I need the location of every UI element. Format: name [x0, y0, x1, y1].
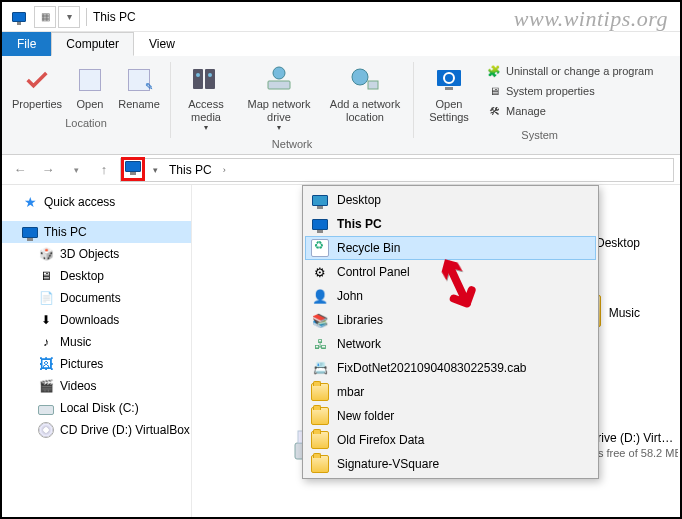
group-label-location: Location	[65, 117, 107, 131]
nav-3d-objects[interactable]: 🎲3D Objects	[2, 243, 191, 265]
item-label: Network	[337, 337, 381, 351]
item-label: Libraries	[337, 313, 383, 327]
star-icon: ★	[22, 194, 38, 210]
item-icon	[311, 191, 329, 209]
dropdown-item[interactable]: ⚙Control Panel	[305, 260, 596, 284]
nav-this-pc[interactable]: This PC	[2, 221, 191, 243]
dropdown-item[interactable]: New folder	[305, 404, 596, 428]
watermark-text: www.wintips.org	[514, 6, 668, 32]
item-label: Recycle Bin	[337, 241, 400, 255]
manage-button[interactable]: 🛠Manage	[482, 102, 657, 120]
group-label-network: Network	[272, 138, 312, 152]
dropdown-item[interactable]: 📇FixDotNet20210904083022539.cab	[305, 356, 596, 380]
dropdown-item[interactable]: Desktop	[305, 188, 596, 212]
item-icon: ⚙	[311, 263, 329, 281]
access-media-button[interactable]: Access media ▾	[179, 62, 233, 134]
properties-button[interactable]: Properties	[10, 62, 64, 113]
video-icon: 🎬	[38, 378, 54, 394]
ribbon-group-system: Open Settings 🧩Uninstall or change a pro…	[422, 62, 657, 152]
item-icon: 📚	[311, 311, 329, 329]
nav-tree[interactable]: ★Quick access This PC 🎲3D Objects 🖥Deskt…	[2, 185, 192, 519]
nav-cd-drive[interactable]: CD Drive (D:) VirtualBox Guest	[2, 419, 191, 441]
item-label: mbar	[337, 385, 364, 399]
tab-computer[interactable]: Computer	[51, 32, 134, 56]
open-icon	[74, 64, 106, 96]
rename-button[interactable]: ✎ Rename	[116, 62, 162, 113]
main-pane[interactable]: Desktop ♪ Music (3) 3.55 GB free of 49.8…	[192, 185, 680, 519]
qat-new-folder-icon[interactable]: ▾	[58, 6, 80, 28]
picture-icon: 🖼	[38, 356, 54, 372]
tab-file[interactable]: File	[2, 32, 51, 56]
dropdown-item[interactable]: 👤John	[305, 284, 596, 308]
chevron-right-icon[interactable]: ›	[219, 165, 230, 175]
tab-view[interactable]: View	[134, 32, 190, 56]
ribbon-group-location: Properties Open ✎ Rename Location	[10, 62, 162, 152]
system-menu-icon[interactable]	[8, 6, 30, 28]
nav-music[interactable]: ♪Music	[2, 331, 191, 353]
ribbon: Properties Open ✎ Rename Location Access…	[2, 56, 680, 155]
music-icon: ♪	[38, 334, 54, 350]
forward-button[interactable]: →	[36, 158, 60, 182]
pc-icon	[22, 224, 38, 240]
system-properties-button[interactable]: 🖥System properties	[482, 82, 657, 100]
add-network-button[interactable]: Add a network location	[325, 62, 405, 125]
breadcrumb-thispc[interactable]: This PC	[166, 163, 215, 177]
hdd-icon	[38, 400, 54, 416]
dropdown-item[interactable]: 🖧Network	[305, 332, 596, 356]
item-label: Old Firefox Data	[337, 433, 424, 447]
nav-desktop[interactable]: 🖥Desktop	[2, 265, 191, 287]
item-icon	[311, 383, 329, 401]
separator	[413, 62, 414, 138]
address-dropdown[interactable]: DesktopThis PCRecycle Bin⚙Control Panel👤…	[302, 185, 599, 479]
open-settings-button[interactable]: Open Settings	[422, 62, 476, 125]
map-drive-button[interactable]: Map network drive ▾	[239, 62, 319, 134]
media-icon	[190, 64, 222, 96]
content-area: ★Quick access This PC 🎲3D Objects 🖥Deskt…	[2, 185, 680, 519]
item-icon	[311, 239, 329, 257]
dropdown-item[interactable]: Signature-VSquare	[305, 452, 596, 476]
svg-point-3	[208, 73, 212, 77]
item-label: Control Panel	[337, 265, 410, 279]
nav-pictures[interactable]: 🖼Pictures	[2, 353, 191, 375]
item-icon	[311, 407, 329, 425]
nav-quick-access[interactable]: ★Quick access	[2, 191, 191, 213]
back-button[interactable]: ←	[8, 158, 32, 182]
item-label: Desktop	[337, 193, 381, 207]
map-drive-icon	[263, 64, 295, 96]
separator	[170, 62, 171, 138]
add-network-icon	[349, 64, 381, 96]
svg-point-2	[196, 73, 200, 77]
item-label: FixDotNet20210904083022539.cab	[337, 361, 526, 375]
item-label: John	[337, 289, 363, 303]
address-bar[interactable]: ▾ This PC ›	[120, 158, 674, 182]
open-button[interactable]: Open	[70, 62, 110, 113]
nav-downloads[interactable]: ⬇Downloads	[2, 309, 191, 331]
uninstall-icon: 🧩	[486, 63, 502, 79]
dropdown-item[interactable]: Recycle Bin	[305, 236, 596, 260]
dropdown-item[interactable]: mbar	[305, 380, 596, 404]
svg-point-6	[352, 69, 368, 85]
up-button[interactable]: ↑	[92, 158, 116, 182]
item-icon: 📇	[311, 359, 329, 377]
chevron-down-icon[interactable]: ▾	[149, 165, 162, 175]
download-icon: ⬇	[38, 312, 54, 328]
item-icon	[311, 455, 329, 473]
item-icon	[311, 431, 329, 449]
nav-documents[interactable]: 📄Documents	[2, 287, 191, 309]
dropdown-item[interactable]: Old Firefox Data	[305, 428, 596, 452]
nav-videos[interactable]: 🎬Videos	[2, 375, 191, 397]
ribbon-group-network: Access media ▾ Map network drive ▾ Add a…	[179, 62, 405, 152]
recent-button[interactable]: ▾	[64, 158, 88, 182]
nav-local-disk[interactable]: Local Disk (C:)	[2, 397, 191, 419]
cube-icon: 🎲	[38, 246, 54, 262]
uninstall-button[interactable]: 🧩Uninstall or change a program	[482, 62, 657, 80]
item-label: New folder	[337, 409, 394, 423]
svg-rect-7	[368, 81, 378, 89]
quick-access-toolbar: ▦ ▾	[34, 6, 80, 28]
dropdown-item[interactable]: This PC	[305, 212, 596, 236]
svg-rect-10	[445, 87, 453, 90]
dropdown-item[interactable]: 📚Libraries	[305, 308, 596, 332]
qat-properties-icon[interactable]: ▦	[34, 6, 56, 28]
item-icon	[311, 215, 329, 233]
cd-icon	[38, 422, 54, 438]
